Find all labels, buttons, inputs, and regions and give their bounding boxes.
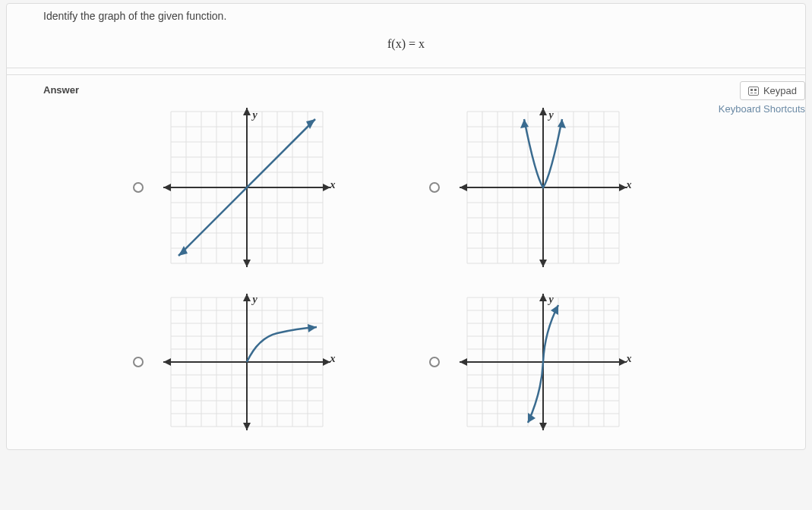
y-axis-label: y bbox=[549, 109, 554, 121]
svg-marker-52 bbox=[460, 184, 467, 191]
keypad-button[interactable]: Keypad bbox=[740, 81, 805, 100]
question-container: Identify the graph of the given function… bbox=[6, 3, 806, 450]
keypad-label: Keypad bbox=[763, 85, 797, 96]
answer-label: Answer bbox=[7, 75, 805, 96]
choice-3: y x bbox=[133, 282, 384, 442]
function-row: f(x) = x bbox=[43, 22, 769, 55]
x-axis-label: x bbox=[627, 179, 632, 191]
choice-1-graph[interactable]: y x bbox=[156, 108, 338, 267]
answer-block: Answer Keypad Keyboard Shortcuts y x bbox=[7, 74, 805, 442]
svg-marker-106 bbox=[619, 358, 627, 366]
choice-1-radio[interactable] bbox=[133, 182, 144, 193]
x-axis-label: x bbox=[330, 179, 336, 191]
y-axis-label: y bbox=[549, 294, 554, 306]
x-axis-label: x bbox=[627, 353, 632, 365]
svg-marker-22 bbox=[323, 184, 330, 191]
svg-marker-23 bbox=[163, 184, 171, 191]
svg-marker-51 bbox=[619, 184, 627, 191]
choices-grid: y x bbox=[133, 108, 680, 442]
choice-4-graph[interactable]: y x bbox=[452, 294, 634, 430]
choice-2-radio[interactable] bbox=[429, 182, 440, 193]
svg-marker-56 bbox=[558, 119, 566, 128]
choice-3-radio[interactable] bbox=[133, 357, 144, 367]
svg-marker-107 bbox=[460, 358, 467, 366]
keyboard-shortcuts-link[interactable]: Keyboard Shortcuts bbox=[719, 103, 805, 115]
choice-2: y x bbox=[429, 108, 680, 267]
choice-4: y x bbox=[429, 282, 680, 442]
function-text: f(x) = x bbox=[387, 37, 425, 50]
svg-marker-55 bbox=[520, 119, 529, 128]
choice-1: y x bbox=[133, 108, 384, 267]
question-prompt: Identify the graph of the given function… bbox=[43, 10, 769, 22]
choice-4-radio[interactable] bbox=[429, 357, 440, 367]
y-axis-label: y bbox=[253, 294, 258, 306]
svg-marker-83 bbox=[308, 324, 317, 332]
svg-marker-79 bbox=[323, 358, 330, 366]
x-axis-label: x bbox=[330, 353, 336, 365]
question-header: Identify the graph of the given function… bbox=[7, 4, 805, 68]
answer-tools: Keypad Keyboard Shortcuts bbox=[719, 81, 805, 115]
choice-2-graph[interactable]: y x bbox=[452, 108, 634, 267]
choice-3-graph[interactable]: y x bbox=[156, 294, 338, 430]
keypad-icon bbox=[748, 87, 759, 96]
svg-marker-80 bbox=[163, 358, 171, 366]
y-axis-label: y bbox=[253, 109, 258, 121]
